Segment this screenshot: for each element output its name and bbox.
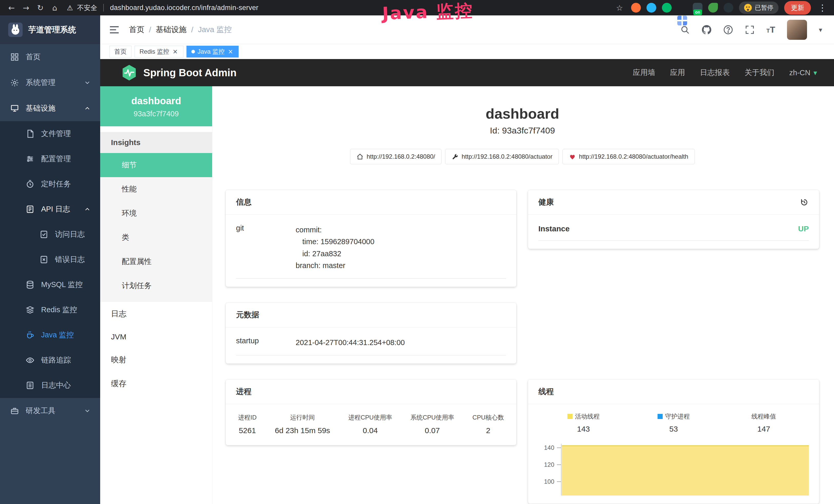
service-url-button[interactable]: http://192.168.0.2:48080/ (350, 149, 441, 164)
leaf-extension-icon[interactable] (708, 3, 718, 13)
security-label[interactable]: 不安全 (77, 3, 97, 12)
page-title: dashboard (226, 105, 819, 122)
process-col-value: 5261 (238, 426, 257, 435)
browser-back-icon[interactable]: ← (6, 3, 18, 12)
health-url-button[interactable]: http://192.168.0.2:48080/actuator/health (563, 149, 695, 164)
process-col-label: 运行时间 (275, 413, 330, 421)
sba-item-classes[interactable]: 类 (100, 225, 212, 250)
sidebar-item-infrastructure[interactable]: 基础设施 (0, 95, 100, 121)
breadcrumb-home[interactable]: 首页 (129, 24, 144, 35)
info-card-title: 信息 (236, 197, 251, 207)
breadcrumb-current: Java 监控 (198, 24, 232, 35)
browser-update-button[interactable]: 更新 (784, 1, 811, 15)
sba-item-jvm[interactable]: JVM (100, 326, 212, 348)
sidebar-item-mysql-monitor[interactable]: MySQL 监控 (0, 272, 100, 297)
tags-view: 首页 Redis 监控 × Java 监控 × (100, 44, 834, 59)
github-icon[interactable] (702, 25, 711, 35)
font-size-icon[interactable]: TT (766, 25, 775, 35)
sidebar-item-access-log[interactable]: 访问日志 (0, 222, 100, 247)
sidebar-item-label: 文件管理 (41, 129, 71, 139)
tab-close-icon[interactable]: × (227, 48, 234, 55)
plane-extension-icon[interactable] (724, 3, 733, 13)
sidebar-item-dev-tools[interactable]: 研发工具 (0, 398, 100, 423)
sba-item-caches[interactable]: 缓存 (100, 372, 212, 396)
system-cpu-col: 系统CPU使用率 0.07 (411, 413, 454, 435)
ytick-100: 100 (544, 478, 554, 485)
sidebar-item-label: 配置管理 (41, 154, 71, 164)
tab-java-monitor[interactable]: Java 监控 × (186, 46, 239, 58)
sba-nav-about[interactable]: 关于我们 (745, 68, 774, 78)
switch-extension-icon[interactable]: on (693, 3, 702, 13)
sba-content: dashboard Id: 93a3fc7f7409 http://192.16… (213, 86, 834, 504)
sba-item-config-props[interactable]: 配置属性 (100, 250, 212, 274)
fox-extension-icon[interactable] (631, 3, 641, 13)
drop-extension-icon[interactable] (646, 3, 656, 13)
sba-item-logs[interactable]: 日志 (100, 302, 212, 326)
sidebar-item-label: 基础设施 (26, 103, 56, 113)
sba-item-details[interactable]: 细节 (100, 153, 212, 177)
history-icon[interactable] (799, 198, 809, 207)
health-instance-row[interactable]: Instance UP (539, 216, 809, 240)
fullscreen-icon[interactable] (745, 25, 755, 35)
sidebar-item-config-manage[interactable]: 配置管理 (0, 146, 100, 171)
browser-reload-icon[interactable]: ↻ (35, 3, 46, 12)
process-col-value: 2 (473, 426, 504, 435)
avatar-caret-icon[interactable]: ▾ (819, 26, 822, 33)
sidebar-item-error-log[interactable]: 错误日志 (0, 247, 100, 272)
grid-extension-icon[interactable] (677, 16, 687, 25)
actuator-url-button[interactable]: http://192.168.0.2:48080/actuator (445, 149, 559, 164)
sba-locale-select[interactable]: zh-CN ▾ (789, 69, 817, 77)
sidebar-item-trace[interactable]: 链路追踪 (0, 348, 100, 373)
browser-home-icon[interactable]: ⌂ (49, 3, 61, 12)
threads-chart: 140 120 100 (539, 442, 809, 496)
sidebar-item-system[interactable]: 系统管理 (0, 70, 100, 95)
sba-item-environment[interactable]: 环境 (100, 201, 212, 225)
hamburger-icon[interactable] (109, 25, 120, 34)
tab-home[interactable]: 首页 (109, 46, 132, 58)
user-avatar[interactable] (787, 20, 807, 40)
help-icon[interactable] (723, 25, 733, 35)
sidebar-item-home[interactable]: 首页 (0, 44, 100, 70)
process-col-label: 进程ID (238, 413, 257, 421)
search-icon[interactable] (680, 25, 690, 35)
sidebar-item-file-manage[interactable]: 文件管理 (0, 121, 100, 146)
sidebar-item-label: 研发工具 (26, 406, 56, 416)
browser-forward-icon[interactable]: → (20, 3, 32, 12)
sidebar-item-java-monitor[interactable]: Java 监控 (0, 322, 100, 348)
access-log-icon (40, 230, 48, 239)
process-col-label: 进程CPU使用率 (348, 413, 392, 421)
browser-menu-icon[interactable]: ⋮ (816, 3, 828, 13)
green-extension-icon[interactable] (662, 3, 672, 13)
url-text[interactable]: dashboard.yudao.iocoder.cn/infra/admin-s… (110, 4, 258, 12)
process-col-value: 6d 23h 15m 59s (275, 426, 330, 435)
sidebar-item-label: Java 监控 (41, 330, 74, 340)
sba-item-mappings[interactable]: 映射 (100, 348, 212, 372)
log-center-icon (26, 381, 35, 390)
url-bar[interactable]: ⚠ 不安全 dashboard.yudao.iocoder.cn/infra/a… (67, 3, 608, 12)
sidebar-item-label: Redis 监控 (41, 305, 77, 315)
sidebar-item-scheduled-tasks[interactable]: 定时任务 (0, 171, 100, 197)
sba-item-metrics[interactable]: 性能 (100, 177, 212, 201)
sba-nav-applications[interactable]: 应用 (670, 68, 685, 78)
sidebar-item-redis-monitor[interactable]: Redis 监控 (0, 297, 100, 322)
sidebar-item-api-log[interactable]: API 日志 (0, 197, 100, 222)
tab-redis-monitor[interactable]: Redis 监控 × (135, 46, 183, 58)
sba-instance-header[interactable]: dashboard 93a3fc7f7409 (100, 86, 212, 126)
info-card: 信息 git commit: time: 1596289704000 id: 2… (226, 190, 516, 287)
sba-brand[interactable]: Spring Boot Admin (122, 65, 237, 81)
tools-icon (10, 407, 19, 415)
git-time-line: time: 1596289704000 (295, 236, 506, 248)
sba-nav-wallboard[interactable]: 应用墙 (633, 68, 655, 78)
tab-close-icon[interactable]: × (172, 48, 178, 55)
bookmark-star-icon[interactable]: ☆ (614, 3, 626, 12)
actuator-url-label: http://192.168.0.2:48080/actuator (462, 153, 552, 160)
sba-nav-journal[interactable]: 日志报表 (700, 68, 730, 78)
app-logo[interactable]: 芋道管理系统 (0, 16, 100, 44)
paused-badge[interactable]: 已暂停 (739, 2, 778, 14)
trace-eye-icon (26, 356, 35, 365)
sidebar-item-log-center[interactable]: 日志中心 (0, 373, 100, 398)
infrastructure-submenu: 文件管理 配置管理 定时任务 API 日志 访问日志 (0, 121, 100, 398)
sba-item-scheduled-tasks[interactable]: 计划任务 (100, 274, 212, 298)
breadcrumb-infrastructure[interactable]: 基础设施 (156, 24, 186, 35)
legend-label: 活动线程 (575, 412, 600, 420)
